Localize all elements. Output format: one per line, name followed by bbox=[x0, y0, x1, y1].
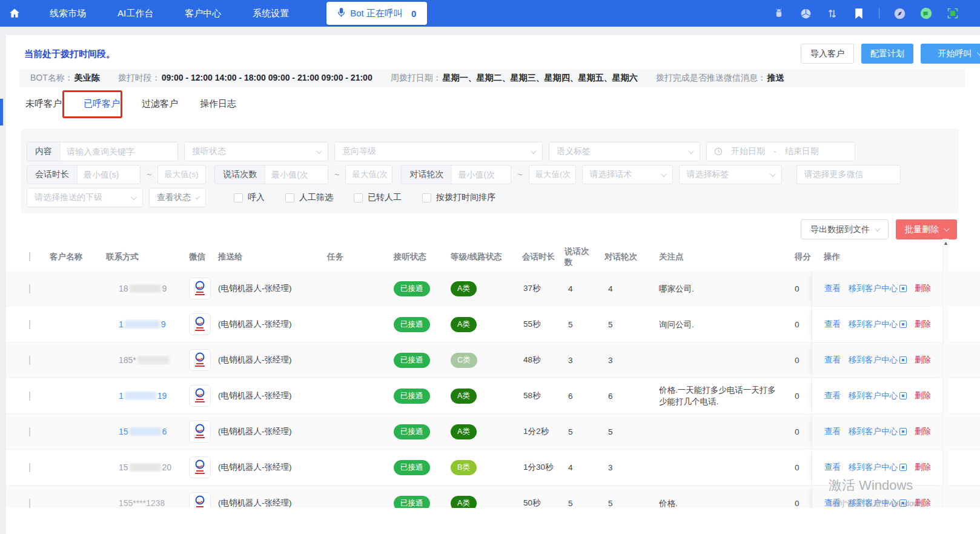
row-checkbox[interactable] bbox=[29, 284, 30, 293]
listen-status-select[interactable]: 接听状态 bbox=[184, 142, 328, 161]
score: 0 bbox=[784, 320, 812, 329]
row-checkbox-cell bbox=[6, 356, 41, 365]
move-to-customer-center-link[interactable]: 移到客户中心 bbox=[849, 462, 907, 473]
import-customers-button[interactable]: 导入客户 bbox=[801, 44, 854, 64]
push-wechat-setting: 拨打完成是否推送微信消息：推送 bbox=[656, 73, 784, 84]
configure-plan-button[interactable]: 配置计划 bbox=[861, 44, 913, 64]
semantic-tag-select[interactable]: 语义标签 bbox=[549, 142, 700, 161]
tab-called-customers[interactable]: 已呼客户 bbox=[82, 96, 121, 112]
checkbox-transferred-to-human[interactable]: 已转人工 bbox=[354, 192, 402, 203]
nav-item-ai-workbench[interactable]: AI工作台 bbox=[118, 8, 153, 19]
move-to-customer-center-link[interactable]: 移到客户中心 bbox=[849, 283, 907, 294]
view-link[interactable]: 查看 bbox=[824, 355, 841, 365]
nav-item-leads-market[interactable]: 线索市场 bbox=[50, 8, 86, 19]
rounds-min-input[interactable] bbox=[452, 165, 511, 184]
duration: 48秒 bbox=[512, 355, 556, 365]
speak-max-input[interactable]: 最大值(次 bbox=[345, 165, 392, 184]
tab-uncalled-customers[interactable]: 未呼客户 bbox=[24, 96, 63, 112]
export-data-button[interactable]: 导出数据到文件 bbox=[801, 219, 889, 239]
nav-item-customer-center[interactable]: 客户中心 bbox=[185, 8, 221, 19]
move-to-customer-center-link[interactable]: 移到客户中心 bbox=[849, 426, 907, 437]
select-all-checkbox[interactable] bbox=[29, 252, 30, 261]
view-link[interactable]: 查看 bbox=[824, 283, 841, 294]
duration-max-input[interactable]: 最大值(s) bbox=[157, 165, 206, 184]
move-icon bbox=[899, 464, 907, 471]
view-status-select[interactable]: 查看状态 bbox=[149, 188, 206, 207]
move-to-customer-center-link[interactable]: 移到客户中心 bbox=[849, 390, 907, 401]
scroll-up-arrow[interactable]: ▲ bbox=[943, 239, 949, 508]
wechat-avatar[interactable] bbox=[189, 313, 211, 335]
speak-min-input[interactable] bbox=[265, 165, 328, 184]
level-badge: A类 bbox=[451, 281, 477, 296]
tab-filtered-customers[interactable]: 过滤客户 bbox=[141, 96, 179, 112]
push-subordinate-select[interactable]: 请选择推送的下级 bbox=[27, 188, 143, 207]
wechat-avatar[interactable] bbox=[189, 278, 211, 299]
rounds-max-input[interactable]: 最大值(次 bbox=[529, 165, 576, 184]
view-link[interactable]: 查看 bbox=[824, 498, 841, 508]
date-range-picker[interactable]: 开始日期 - 结束日期 bbox=[706, 142, 855, 161]
score: 0 bbox=[784, 356, 812, 365]
row-checkbox[interactable] bbox=[29, 356, 30, 365]
wechat-icon[interactable] bbox=[919, 7, 933, 20]
row-checkbox[interactable] bbox=[29, 427, 30, 436]
speak-count-filter-group: 说话次数 bbox=[214, 165, 328, 184]
nav-item-system-settings[interactable]: 系统设置 bbox=[253, 8, 289, 19]
delete-link[interactable]: 删除 bbox=[915, 426, 931, 437]
delete-link[interactable]: 删除 bbox=[915, 283, 931, 294]
move-to-customer-center-link[interactable]: 移到客户中心 bbox=[849, 319, 907, 330]
wechat-avatar[interactable] bbox=[189, 385, 211, 407]
level-badge: A类 bbox=[451, 317, 477, 332]
batch-delete-button[interactable]: 批量删除 bbox=[896, 219, 957, 239]
row-checkbox[interactable] bbox=[29, 392, 30, 401]
checkbox-manual-filter[interactable]: 人工筛选 bbox=[285, 192, 333, 203]
delete-link[interactable]: 删除 bbox=[915, 319, 931, 330]
bot-calling-button[interactable]: Bot 正在呼叫 0 bbox=[326, 2, 427, 25]
android-icon[interactable] bbox=[772, 7, 786, 20]
tag-select[interactable]: 请选择标签 bbox=[679, 165, 782, 184]
table-scrollbar[interactable]: ▲ bbox=[942, 239, 949, 508]
intent-level-select[interactable]: 意向等级 bbox=[334, 142, 543, 161]
wechat-avatar[interactable] bbox=[189, 492, 211, 508]
delete-link[interactable]: 删除 bbox=[915, 462, 931, 473]
delete-link[interactable]: 删除 bbox=[915, 390, 931, 401]
navbar-icons bbox=[772, 7, 959, 20]
customer-row: 119(电销机器人-张经理)已接通A类58秒66价格.一天能打多少电话一天打多少… bbox=[6, 378, 980, 414]
view-link[interactable]: 查看 bbox=[824, 426, 841, 437]
blurred-digits bbox=[130, 284, 161, 293]
wechat-avatar[interactable] bbox=[189, 421, 211, 442]
aperture-icon[interactable] bbox=[799, 7, 812, 20]
wechat-avatar[interactable] bbox=[189, 349, 211, 371]
tab-operation-log[interactable]: 操作日志 bbox=[199, 96, 237, 112]
row-checkbox[interactable] bbox=[29, 320, 30, 329]
script-select[interactable]: 请选择话术 bbox=[582, 165, 673, 184]
table-body: 189(电销机器人-张经理)已接通A类37秒44哪家公司.0查看移到客户中心删除… bbox=[6, 271, 980, 508]
content-search-input[interactable] bbox=[61, 142, 177, 161]
checkbox-inbound[interactable]: 呼入 bbox=[234, 192, 265, 203]
level-badge: B类 bbox=[451, 460, 477, 475]
delete-link[interactable]: 删除 bbox=[915, 355, 931, 365]
row-checkbox[interactable] bbox=[29, 463, 30, 472]
duration-min-input[interactable] bbox=[78, 165, 140, 184]
level-badge: C类 bbox=[451, 353, 477, 368]
view-link[interactable]: 查看 bbox=[824, 390, 841, 401]
compass-icon[interactable] bbox=[893, 7, 906, 20]
delete-link[interactable]: 删除 bbox=[915, 498, 931, 508]
more-wechat-select[interactable]: 请选择更多微信 bbox=[796, 165, 901, 184]
table-toolbar: 导出数据到文件 批量删除 bbox=[801, 219, 957, 239]
start-call-button[interactable]: 开始呼叫 bbox=[921, 44, 980, 64]
level-badge: A类 bbox=[451, 389, 477, 404]
fullscreen-icon[interactable] bbox=[946, 7, 959, 20]
view-link[interactable]: 查看 bbox=[824, 319, 841, 330]
row-checkbox[interactable] bbox=[29, 499, 30, 508]
sort-arrows-icon[interactable] bbox=[826, 7, 839, 20]
view-link[interactable]: 查看 bbox=[824, 462, 841, 473]
duration: 55秒 bbox=[512, 319, 556, 330]
home-icon[interactable] bbox=[8, 7, 21, 19]
move-to-customer-center-link[interactable]: 移到客户中心 bbox=[849, 498, 907, 508]
wechat-avatar[interactable] bbox=[189, 456, 211, 478]
bookmark-icon[interactable] bbox=[852, 7, 866, 20]
checkbox-sort-by-dial-time[interactable]: 按拨打时间排序 bbox=[422, 192, 495, 203]
blurred-digits bbox=[125, 320, 160, 329]
duration: 1分30秒 bbox=[512, 462, 556, 473]
move-to-customer-center-link[interactable]: 移到客户中心 bbox=[849, 355, 907, 365]
